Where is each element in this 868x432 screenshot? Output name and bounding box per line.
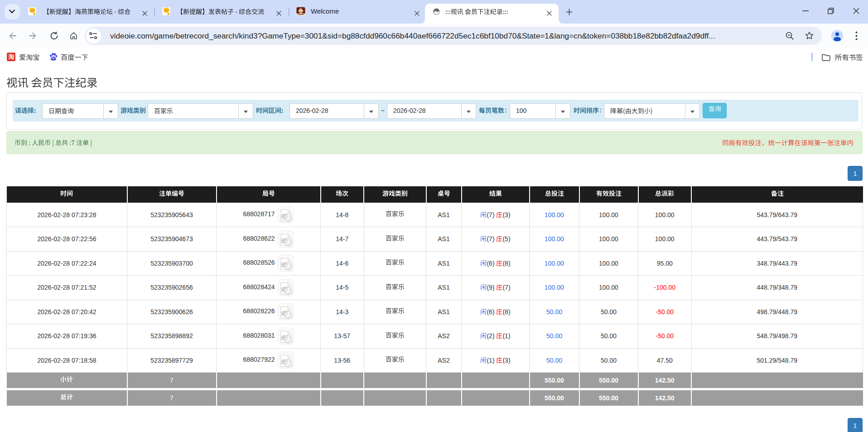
svg-text:du: du	[52, 57, 55, 60]
